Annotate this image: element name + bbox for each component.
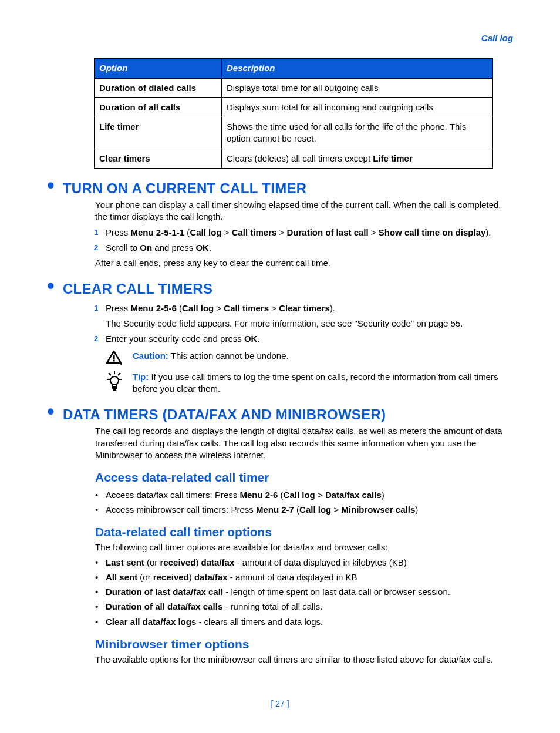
table-row: Life timer Shows the time used for all c… — [95, 117, 493, 149]
sub2-intro: The following call timer options are ava… — [47, 542, 513, 553]
list-item: 1 Press Menu 2-5-6 (Call log > Call time… — [106, 302, 513, 330]
svg-point-7 — [110, 376, 119, 385]
tip-note: Tip: If you use call timers to log the t… — [47, 371, 513, 395]
bullet-icon: • — [47, 404, 55, 419]
list-item: Duration of last data/fax call - length … — [106, 586, 513, 598]
table-cell-option: Duration of dialed calls — [95, 78, 222, 97]
page-header-section: Call log — [47, 32, 513, 44]
subheading-data-options: Data-related call timer options — [47, 524, 513, 540]
svg-line-4 — [118, 373, 120, 375]
svg-rect-0 — [113, 355, 114, 359]
table-header-option: Option — [95, 59, 222, 78]
page-number: [ 27 ] — [0, 698, 560, 710]
list-item: 2 Scroll to On and press OK. — [106, 242, 513, 254]
table-row: Duration of all calls Displays sum total… — [95, 97, 493, 117]
heading-data-timers: • DATA TIMERS (DATA/FAX AND MINIBROWSER) — [47, 405, 513, 424]
list-item: Clear all data/fax logs - clears all tim… — [106, 616, 513, 628]
subheading-minibrowser: Minibrowser timer options — [47, 636, 513, 653]
bullet-icon: • — [47, 278, 55, 294]
list-item: 1 Press Menu 2-5-1-1 (Call log > Call ti… — [106, 227, 513, 238]
bullet-icon: • — [47, 178, 55, 193]
table-cell-desc: Displays total time for all outgoing cal… — [222, 78, 493, 97]
tip-label: Tip: — [133, 372, 149, 382]
table-cell-option: Duration of all calls — [95, 97, 222, 117]
list-item: 2 Enter your security code and press OK. — [106, 333, 513, 345]
heading-turn-on-timer: • TURN ON A CURRENT CALL TIMER — [47, 179, 513, 198]
table-cell-option: Life timer — [95, 117, 222, 149]
caution-note: Caution: This action cannot be undone. — [47, 350, 513, 366]
table-cell-desc: Shows the time used for all calls for th… — [222, 117, 493, 149]
table-row: Clear timers Clears (deletes) all call t… — [95, 149, 493, 168]
svg-line-3 — [109, 373, 111, 375]
options-table: Option Description Duration of dialed ca… — [94, 58, 493, 169]
tip-text: If you use call timers to log the time s… — [133, 372, 498, 394]
table-cell-desc: Displays sum total for all incoming and … — [222, 97, 493, 117]
table-header-description: Description — [222, 59, 493, 78]
caution-label: Caution: — [133, 351, 168, 361]
list-item: Last sent (or received) data/fax - amoun… — [106, 557, 513, 569]
table-row: Duration of dialed calls Displays total … — [95, 78, 493, 97]
lightbulb-icon — [106, 371, 126, 391]
list-sub-text: The Security code field appears. For mor… — [106, 318, 513, 329]
caution-icon — [106, 350, 126, 366]
sec3-intro: The call log records and displays the le… — [47, 425, 513, 461]
list-item: Duration of all data/fax calls - running… — [106, 601, 513, 613]
sec1-after: After a call ends, press any key to clea… — [47, 257, 513, 269]
table-cell-option: Clear timers — [95, 149, 222, 168]
caution-text: This action cannot be undone. — [168, 351, 289, 361]
sub3-text: The available options for the minibrowse… — [47, 654, 513, 665]
list-item: Access data/fax call timers: Press Menu … — [106, 489, 513, 501]
table-cell-desc: Clears (deletes) all call timers except … — [222, 149, 493, 168]
sec1-intro: Your phone can display a call timer show… — [47, 199, 513, 223]
svg-rect-1 — [113, 359, 114, 361]
list-item: Access minibrowser call timers: Press Me… — [106, 504, 513, 516]
list-item: All sent (or received) data/fax - amount… — [106, 571, 513, 583]
heading-clear-timers: • CLEAR CALL TIMERS — [47, 280, 513, 298]
subheading-access-timer: Access data-related call timer — [47, 469, 513, 486]
